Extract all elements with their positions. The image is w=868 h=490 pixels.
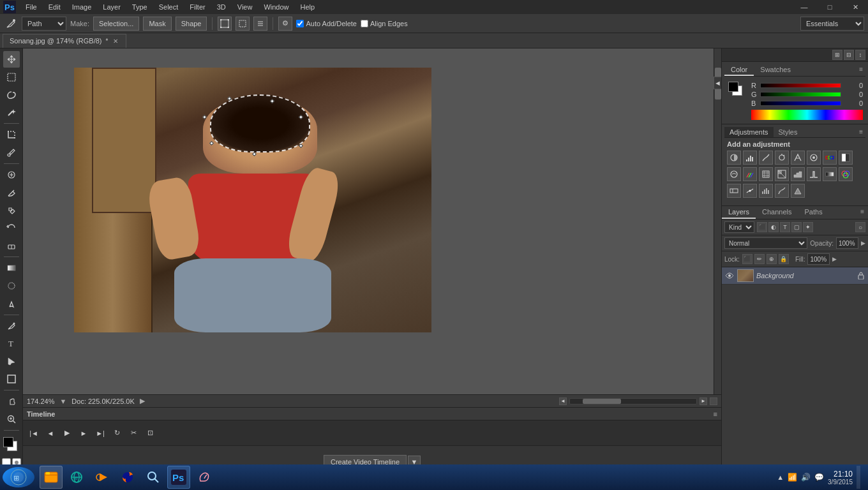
hand-tool[interactable] bbox=[3, 393, 20, 410]
tray-volume-icon[interactable]: 🔊 bbox=[801, 473, 811, 482]
lock-all-icon[interactable]: 🔒 bbox=[779, 254, 789, 264]
history-brush-tool[interactable] bbox=[3, 219, 20, 236]
align-edges-checkbox[interactable]: Align Edges bbox=[361, 20, 408, 27]
timeline-prev-btn[interactable]: ◄ bbox=[45, 427, 56, 439]
swatches-tab[interactable]: Swatches bbox=[754, 64, 797, 76]
layer-visibility-toggle[interactable] bbox=[724, 271, 735, 281]
menu-view[interactable]: View bbox=[232, 2, 258, 12]
levels2-icon[interactable] bbox=[759, 184, 773, 198]
shape-tool[interactable] bbox=[3, 371, 20, 387]
selection-button[interactable]: Selection... bbox=[93, 17, 139, 31]
workspace-select[interactable]: Essentials bbox=[800, 17, 864, 31]
selective-color-icon[interactable] bbox=[839, 167, 853, 181]
menu-edit[interactable]: Edit bbox=[43, 2, 66, 12]
hue-saturation-icon[interactable] bbox=[807, 151, 821, 165]
taskbar-clock[interactable]: 21:10 3/9/2015 bbox=[828, 470, 853, 486]
lasso-tool[interactable] bbox=[3, 87, 20, 103]
filter-shape-icon[interactable]: ▢ bbox=[791, 222, 802, 232]
filter-type-select[interactable]: Kind bbox=[724, 221, 754, 233]
lock-position-icon[interactable]: ✏ bbox=[754, 254, 765, 264]
pen-tool[interactable] bbox=[3, 318, 20, 334]
tray-arrow[interactable]: ▲ bbox=[777, 473, 784, 481]
menu-3d[interactable]: 3D bbox=[212, 2, 231, 12]
brightness2-icon[interactable] bbox=[727, 184, 741, 198]
exposure-icon[interactable] bbox=[775, 151, 789, 165]
close-button[interactable]: ✕ bbox=[842, 0, 868, 14]
timeline-loop-btn[interactable]: ↻ bbox=[111, 427, 123, 439]
channel-mixer-icon[interactable] bbox=[743, 167, 757, 181]
gradient-tool[interactable] bbox=[3, 260, 20, 276]
panel-icon-2[interactable]: ⊟ bbox=[844, 50, 854, 60]
taskbar-explorer[interactable] bbox=[40, 466, 63, 489]
timeline-end-btn[interactable]: ►| bbox=[94, 427, 106, 439]
red-slider[interactable] bbox=[760, 83, 841, 88]
settings-icon[interactable]: ⚙ bbox=[278, 17, 292, 31]
menu-type[interactable]: Type bbox=[127, 2, 153, 12]
gradient-map-icon[interactable] bbox=[823, 167, 837, 181]
channels-tab[interactable]: Channels bbox=[756, 206, 798, 219]
show-desktop-btn[interactable] bbox=[857, 466, 860, 489]
color-balance-icon[interactable] bbox=[823, 151, 837, 165]
curves2-icon[interactable] bbox=[743, 184, 757, 198]
adj-panel-menu[interactable]: ≡ bbox=[857, 127, 865, 137]
green-slider[interactable] bbox=[760, 92, 841, 97]
brush-tool[interactable] bbox=[3, 184, 20, 201]
filter-toggle-btn[interactable]: ○ bbox=[855, 222, 865, 232]
transform-icon[interactable] bbox=[218, 17, 232, 31]
menu-window[interactable]: Window bbox=[258, 2, 294, 12]
auto-add-delete-checkbox[interactable]: Auto Add/Delete bbox=[296, 20, 357, 27]
blur-tool[interactable] bbox=[3, 278, 20, 294]
photo-filter-icon[interactable] bbox=[727, 167, 741, 181]
styles-tab[interactable]: Styles bbox=[774, 127, 803, 137]
taskbar-ie[interactable]: e bbox=[65, 466, 88, 489]
shape-button[interactable]: Shape bbox=[176, 17, 207, 31]
filter-pixel-icon[interactable]: ⬛ bbox=[757, 222, 767, 232]
paths-tab[interactable]: Paths bbox=[798, 206, 829, 219]
taskbar-paint[interactable] bbox=[193, 466, 216, 489]
pen-tool-icon[interactable] bbox=[4, 17, 18, 31]
panel-icon-1[interactable]: ⊞ bbox=[832, 50, 842, 60]
crop-tool[interactable] bbox=[3, 126, 20, 143]
opacity-arrow[interactable]: ▶ bbox=[861, 240, 865, 246]
menu-help[interactable]: Help bbox=[296, 2, 320, 12]
color-lookup-icon[interactable] bbox=[759, 167, 773, 181]
taskbar-firefox[interactable] bbox=[116, 466, 139, 489]
mask-button[interactable]: Mask bbox=[143, 17, 171, 31]
dodge-tool[interactable] bbox=[3, 295, 20, 312]
timeline-cut-btn[interactable]: ✂ bbox=[128, 427, 139, 439]
timeline-play-btn[interactable]: ▶ bbox=[61, 427, 73, 439]
eyedropper-tool[interactable] bbox=[3, 144, 20, 161]
blue-slider[interactable] bbox=[760, 101, 841, 106]
taskbar-media[interactable] bbox=[91, 466, 114, 489]
blend-mode-select[interactable]: Normal bbox=[724, 237, 807, 249]
fg-color-box[interactable] bbox=[728, 82, 738, 92]
panel-icon-3[interactable]: ↕ bbox=[855, 50, 865, 60]
zoom-tool[interactable] bbox=[3, 411, 20, 427]
marquee-tool[interactable] bbox=[3, 69, 20, 85]
photo-canvas[interactable] bbox=[74, 68, 431, 332]
adjustments-tab[interactable]: Adjustments bbox=[724, 127, 774, 137]
shadows-icon[interactable] bbox=[791, 184, 805, 198]
magic-wand-tool[interactable] bbox=[3, 104, 20, 121]
brightness-contrast-icon[interactable] bbox=[727, 151, 741, 165]
filter-adj-icon[interactable]: ◐ bbox=[768, 222, 779, 232]
timeline-next-btn[interactable]: ► bbox=[78, 427, 89, 439]
filter-smart-icon[interactable]: ✦ bbox=[803, 222, 813, 232]
tool-type-select[interactable]: Path bbox=[22, 17, 66, 31]
curves-icon[interactable] bbox=[759, 151, 773, 165]
layer-background[interactable]: Background bbox=[722, 267, 868, 285]
color-panel-menu[interactable]: ≡ bbox=[857, 64, 865, 76]
vibrance-icon[interactable] bbox=[791, 151, 805, 165]
maximize-button[interactable]: □ bbox=[817, 0, 842, 14]
menu-select[interactable]: Select bbox=[154, 2, 184, 12]
vibrance2-icon[interactable] bbox=[775, 184, 789, 198]
timeline-menu-icon[interactable]: ≡ bbox=[714, 410, 717, 418]
menu-file[interactable]: File bbox=[20, 2, 42, 12]
minimize-button[interactable]: — bbox=[791, 0, 817, 14]
black-white-icon[interactable] bbox=[839, 151, 853, 165]
timeline-trim-btn[interactable]: ⊡ bbox=[144, 427, 156, 439]
layers-panel-menu[interactable]: ≡ bbox=[857, 206, 868, 219]
path-selection-tool[interactable] bbox=[3, 353, 20, 369]
lock-pixels-icon[interactable]: ⬛ bbox=[742, 254, 752, 264]
levels-icon[interactable] bbox=[743, 151, 757, 165]
